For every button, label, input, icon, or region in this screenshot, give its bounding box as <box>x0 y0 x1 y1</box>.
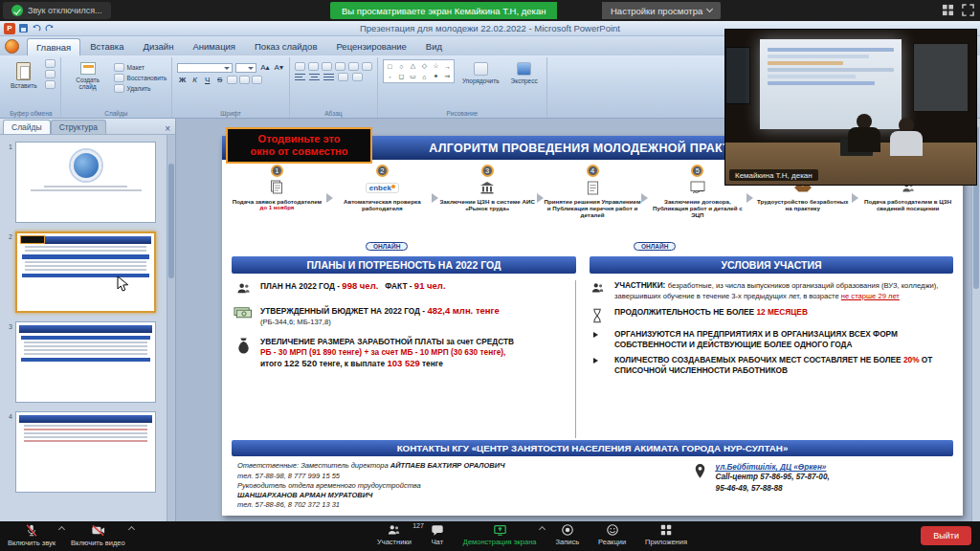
line-spacing-icon[interactable] <box>348 62 359 71</box>
office-button[interactable] <box>5 39 19 54</box>
panel-scrollbar[interactable] <box>167 135 175 521</box>
italic-button[interactable]: К <box>189 75 200 85</box>
audio-status-pill[interactable]: Звук отключился... <box>3 2 111 19</box>
contract-signature-icon <box>690 178 705 197</box>
new-slide-button[interactable]: Создать слайд <box>66 59 110 93</box>
gallery-view-icon[interactable] <box>942 4 954 16</box>
reset-icon <box>114 74 124 82</box>
tab-insert[interactable]: Вставка <box>80 37 133 55</box>
reactions-button[interactable]: Реакции <box>598 523 626 546</box>
copy-icon[interactable] <box>45 70 56 78</box>
bullets-icon[interactable] <box>295 62 305 71</box>
indent-increase-icon[interactable] <box>335 62 345 71</box>
participants-icon <box>387 523 401 537</box>
smartart-convert-icon[interactable] <box>352 73 363 81</box>
presenter-warning-overlay[interactable]: Отодвиньте это окно от совместно <box>226 127 372 164</box>
participant-video-tile[interactable]: Кемайкина Т.Н, декан <box>724 29 977 186</box>
format-painter-icon[interactable] <box>45 80 56 89</box>
video-options-chevron[interactable] <box>128 526 135 533</box>
panel-tab-slides[interactable]: Слайды <box>3 120 51 134</box>
text-shadow-icon[interactable] <box>227 76 237 84</box>
layout-button[interactable]: Макет <box>114 63 167 72</box>
meeting-security-icon <box>11 5 23 16</box>
chat-button[interactable]: Чат <box>431 523 444 546</box>
redo-icon[interactable] <box>45 24 55 33</box>
grow-font-icon[interactable]: A▴ <box>259 62 270 73</box>
quick-styles-button[interactable]: Экспресс <box>507 59 542 87</box>
video-person-2 <box>890 118 923 156</box>
screen: Звук отключился... Вы просматриваете экр… <box>0 0 980 551</box>
quick-access-toolbar: P <box>4 23 55 34</box>
panel-close-icon[interactable]: × <box>165 124 170 134</box>
participants-label: Участники <box>377 538 412 546</box>
slide-thumbnail-1[interactable] <box>15 142 156 223</box>
underline-button[interactable]: Ч <box>202 75 212 85</box>
tab-slideshow[interactable]: Показ слайдов <box>245 37 326 55</box>
tab-animation[interactable]: Анимация <box>183 37 245 55</box>
tab-review[interactable]: Рецензирование <box>326 37 415 55</box>
indent-decrease-icon[interactable] <box>322 62 332 71</box>
view-settings-button[interactable]: Настройки просмотра <box>602 2 721 19</box>
shrink-font-icon[interactable]: A▾ <box>274 62 284 73</box>
text-direction-icon[interactable] <box>362 62 372 71</box>
shapes-gallery[interactable]: □○△◇☆→◦◻▭⌂✦⇒ <box>383 59 455 83</box>
reactions-label: Реакции <box>598 538 626 546</box>
tab-view[interactable]: Вид <box>416 37 452 55</box>
conditions-column: УЧАСТНИКИ: безработные, из числа выпускн… <box>586 280 953 438</box>
character-spacing-icon[interactable] <box>239 76 250 84</box>
contacts-header: КОНТАКТЫ КГУ «ЦЕНТР ЗАНЯТОСТИ НАСЕЛЕНИЯ … <box>232 440 953 456</box>
paragraph-group: Абзац <box>290 57 378 118</box>
unmute-button[interactable]: Включить звук <box>8 523 56 547</box>
align-justify-icon[interactable] <box>323 73 334 81</box>
slide-thumbnail-2-selected[interactable] <box>15 231 156 313</box>
slide-thumbnail-row: 1 <box>3 142 164 223</box>
video-tv-monitor <box>725 47 750 104</box>
building-icon <box>479 178 495 197</box>
record-icon <box>561 523 574 537</box>
undo-icon[interactable] <box>32 24 41 33</box>
participants-button[interactable]: 127 Участники <box>377 523 412 546</box>
leave-meeting-button[interactable]: Выйти <box>921 526 971 545</box>
save-icon[interactable] <box>19 24 28 33</box>
audio-options-chevron[interactable] <box>58 526 65 533</box>
participants-count: 127 <box>412 522 424 529</box>
reset-button[interactable]: Восстановить <box>114 74 167 82</box>
participants-row: УЧАСТНИКИ: безработные, из числа выпускн… <box>586 280 953 301</box>
slide-number: 4 <box>3 411 12 493</box>
tab-design[interactable]: Дизайн <box>133 37 183 55</box>
online-badge: ОНЛАЙН <box>366 242 408 251</box>
online-badge: ОНЛАЙН <box>634 242 676 251</box>
start-video-button[interactable]: Включить видео <box>71 523 125 547</box>
arrange-button[interactable]: Упорядочить <box>458 59 503 87</box>
font-name-select[interactable] <box>177 63 233 73</box>
paste-button[interactable]: Вставить <box>7 59 41 92</box>
slide-thumbnail-row: 2 <box>3 231 164 313</box>
columns-icon[interactable] <box>338 73 348 81</box>
current-slide[interactable]: АЛГОРИТМ ПРОВЕДЕНИЯ МОЛОДЕЖНОЙ ПРАКТИКИ … <box>222 136 963 516</box>
slide-thumbnail-4[interactable] <box>15 411 156 493</box>
slide-number: 1 <box>3 142 12 223</box>
apps-button[interactable]: Приложения <box>645 523 687 546</box>
numbering-icon[interactable] <box>308 62 319 71</box>
share-screen-button[interactable]: Демонстрация экрана <box>463 523 537 546</box>
tab-home[interactable]: Главная <box>27 38 80 55</box>
align-center-icon[interactable] <box>309 73 320 81</box>
quick-styles-label: Экспресс <box>511 77 538 84</box>
step-number: 1 <box>271 165 283 177</box>
panel-tab-outline[interactable]: Структура <box>51 120 106 134</box>
location-pin-icon <box>694 463 706 479</box>
share-options-chevron[interactable] <box>539 526 546 533</box>
record-button[interactable]: Запись <box>556 523 580 546</box>
slide-thumbnail-3[interactable] <box>15 321 156 403</box>
cut-icon[interactable] <box>45 59 56 68</box>
bold-button[interactable]: Ж <box>177 75 188 85</box>
delete-button[interactable]: Удалить <box>114 84 167 93</box>
zoom-top-bar: Звук отключился... Вы просматриваете экр… <box>0 0 980 21</box>
paste-label: Вставить <box>11 82 37 89</box>
strikethrough-button[interactable]: S <box>214 75 225 85</box>
font-color-icon[interactable] <box>252 76 262 84</box>
align-left-icon[interactable] <box>295 73 305 81</box>
fullscreen-icon[interactable] <box>962 4 974 16</box>
online-labels-row: ОНЛАЙН ОНЛАЙН <box>222 242 963 254</box>
font-size-select[interactable] <box>235 63 256 73</box>
